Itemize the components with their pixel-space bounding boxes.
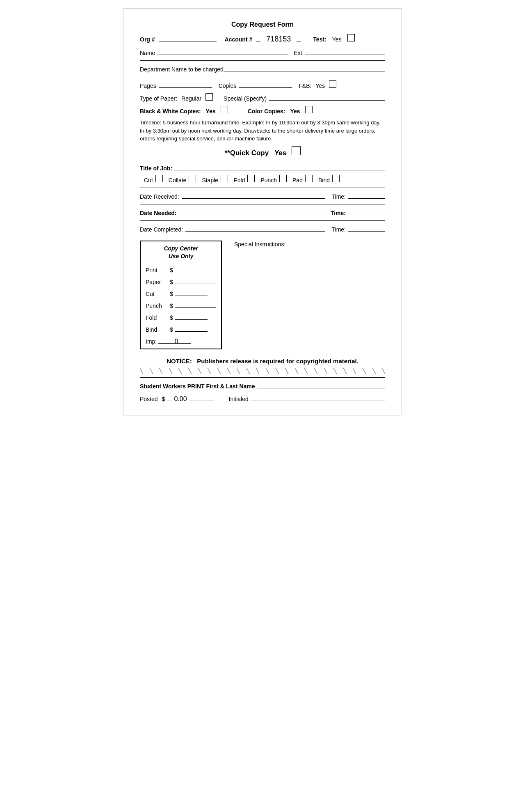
paper-special-field[interactable] <box>269 93 385 101</box>
account-prefix-line <box>256 34 260 41</box>
copy-request-form: Copy Request Form Org # Account # 718153… <box>123 8 402 415</box>
bind-cost-field[interactable] <box>175 324 208 332</box>
fold-cost-field[interactable] <box>175 312 208 320</box>
bw-color-row: Black & White Copies: Yes Color Copies: … <box>140 106 385 115</box>
punch-checkbox[interactable] <box>279 175 287 182</box>
time2-field[interactable] <box>348 208 385 215</box>
time-label: Time: <box>332 193 346 200</box>
cut-cost-field[interactable] <box>175 289 208 296</box>
date-needed-label: Date Needed: <box>140 210 176 216</box>
fb-value: Yes <box>315 83 325 89</box>
paper-label: Type of Paper: <box>140 95 177 102</box>
paper-row: Type of Paper: Regular Special (Specify) <box>140 93 385 102</box>
special-instructions-col: Special Instructions: <box>230 241 285 353</box>
bind-label: Bind <box>318 177 330 184</box>
date-received-label: Date Received: <box>140 193 179 200</box>
fold-label: Fold <box>234 177 245 184</box>
quickcopy-checkbox[interactable] <box>292 146 301 155</box>
bind-dollar: $ <box>170 326 173 333</box>
posted-value: 0.00 <box>174 395 187 403</box>
posted-suffix[interactable] <box>189 394 214 401</box>
cut-checkbox[interactable] <box>155 175 163 182</box>
notice-row: NOTICE: Publishers release is required f… <box>140 358 385 365</box>
pad-checkbox[interactable] <box>305 175 313 182</box>
name-label: Name <box>140 50 155 56</box>
quickcopy-row: **Quick Copy Yes <box>140 146 385 157</box>
account-suffix-line <box>297 34 301 41</box>
print-dollar: $ <box>170 267 173 273</box>
ext-label: Ext. <box>294 50 304 56</box>
fb-checkbox[interactable] <box>329 80 336 88</box>
dept-label: Department Name to be charged <box>140 66 224 73</box>
imp-row: Imp: 0 <box>146 336 216 345</box>
time3-label: Time: <box>332 226 346 233</box>
time3-field[interactable] <box>348 224 385 232</box>
org-label: Org # <box>140 36 155 43</box>
special-instructions-field[interactable] <box>234 248 285 330</box>
fold-checkbox[interactable] <box>247 175 255 182</box>
staple-checkbox[interactable] <box>221 175 228 182</box>
copies-field[interactable] <box>239 80 292 88</box>
fb-label: F&B: <box>299 83 311 89</box>
pages-field[interactable] <box>159 80 212 88</box>
org-field[interactable] <box>159 34 217 41</box>
test-checkbox[interactable] <box>347 34 355 41</box>
fold-item: Fold <box>234 175 255 184</box>
copies-label: Copies <box>219 83 237 89</box>
fold-dollar: $ <box>170 314 173 321</box>
timeline-text: Timeline: 5 business hour turnaround tim… <box>140 119 385 143</box>
posted-dollar: $ <box>162 396 165 402</box>
account-value: 718153 <box>266 35 291 44</box>
title-job-label: Title of Job: <box>140 165 172 172</box>
pad-item: Pad <box>292 175 313 184</box>
punch-label: Punch <box>260 177 277 184</box>
posted-row: Posted $ 0.00 Initialed <box>140 394 385 403</box>
posted-label: Posted <box>140 396 158 402</box>
form-title: Copy Request Form <box>140 21 385 28</box>
punch-cost-label: Punch <box>146 303 168 309</box>
bind-checkbox[interactable] <box>332 175 340 182</box>
date-completed-field[interactable] <box>185 224 325 232</box>
date-received-row: Date Received: Time: <box>140 191 385 200</box>
punch-cost-field[interactable] <box>175 300 216 308</box>
fold-cost-row: Fold $ <box>146 312 216 321</box>
copy-center-section: Copy Center Use Only Print $ Paper $ Cut… <box>140 241 385 353</box>
title-job-field[interactable] <box>174 163 385 170</box>
print-cost-field[interactable] <box>175 265 216 272</box>
paper-dollar: $ <box>170 279 173 285</box>
title-job-row: Title of Job: <box>140 163 385 172</box>
bind-cost-row: Bind $ <box>146 324 216 333</box>
name-field[interactable] <box>157 48 288 55</box>
bw-value: Yes <box>206 108 216 115</box>
time-field[interactable] <box>348 191 385 199</box>
date-needed-field[interactable] <box>179 208 324 215</box>
test-label: Test: <box>313 36 326 43</box>
color-checkbox[interactable] <box>305 106 313 113</box>
punch-cost-row: Punch $ <box>146 300 216 309</box>
finishing-row: Cut Collate Staple Fold Punch Pad Bind <box>140 175 385 184</box>
pad-label: Pad <box>292 177 303 184</box>
student-row: Student Workers PRINT First & Last Name <box>140 381 385 390</box>
color-label: Color Copies: <box>248 108 285 115</box>
paper-cost-field[interactable] <box>175 277 216 284</box>
org-account-row: Org # Account # 718153 Test: Yes <box>140 34 385 44</box>
student-label: Student Workers PRINT First & Last Name <box>140 383 255 390</box>
account-label: Account # <box>225 36 253 43</box>
dept-field[interactable] <box>224 64 385 71</box>
date-completed-row: Date Completed: Time: <box>140 224 385 233</box>
paper-regular-checkbox[interactable] <box>205 93 213 101</box>
bw-checkbox[interactable] <box>221 106 228 113</box>
date-received-field[interactable] <box>182 191 325 199</box>
notice-static: NOTICE: <box>167 358 192 365</box>
test-value: Yes <box>332 36 342 43</box>
print-label: Print <box>146 267 168 273</box>
date-needed-row: Date Needed: Time: <box>140 208 385 216</box>
student-name-field[interactable] <box>257 381 385 388</box>
paper-cost-row: Paper $ <box>146 277 216 285</box>
ext-field[interactable] <box>305 48 385 55</box>
collate-checkbox[interactable] <box>189 175 196 182</box>
cut-label: Cut <box>144 177 153 184</box>
notice-underlined: Publishers release is required for copyr… <box>197 358 358 365</box>
pages-label: Pages <box>140 83 156 89</box>
initialed-field[interactable] <box>251 394 385 401</box>
